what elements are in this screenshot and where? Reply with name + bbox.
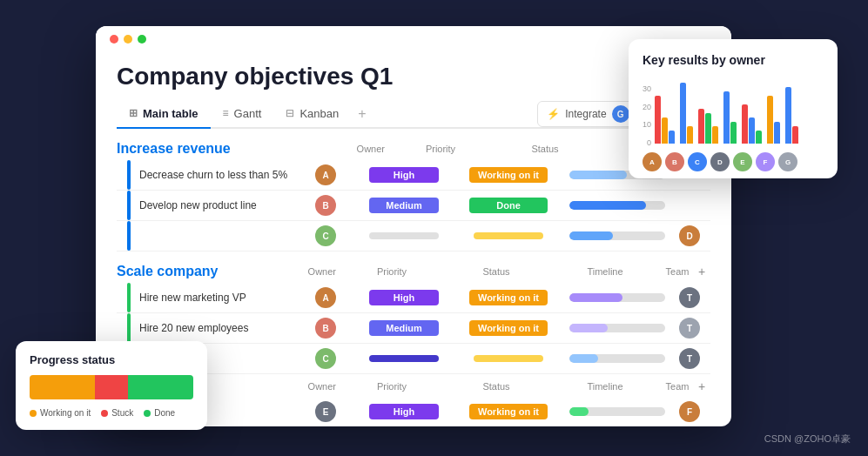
avatar-cell: D [674, 225, 705, 246]
legend-item-done: Done [144, 408, 175, 418]
team-avatar: F [679, 401, 700, 422]
bar-group [767, 96, 780, 144]
owner-cell: C [299, 225, 352, 246]
priority-badge: Medium [369, 198, 439, 213]
priority-cell[interactable]: High [352, 290, 456, 305]
priority-badge: High [369, 290, 439, 305]
status-cell[interactable]: Working on it [456, 290, 561, 305]
priority-cell[interactable]: Medium [352, 198, 456, 213]
bar-segment [723, 91, 730, 144]
owner-col-1: Owner [357, 144, 385, 154]
integrate-icon: ⚡ [547, 108, 560, 120]
timeline-bar-container [569, 231, 665, 240]
timeline-col-3: Timeline [548, 381, 662, 392]
legend-dot-stuck [101, 410, 108, 417]
bar-segment [680, 83, 686, 144]
bar-group [742, 104, 762, 144]
owner-cell: B [299, 195, 352, 216]
empty-bar [369, 355, 439, 362]
row-stripe [127, 283, 131, 312]
status-cell[interactable]: Working on it [456, 167, 561, 183]
team-cell: T [674, 318, 705, 339]
priority-badge: Medium [369, 320, 439, 336]
bar-segment [687, 126, 693, 144]
priority-cell[interactable]: High [352, 404, 456, 419]
priority-cell[interactable]: High [352, 167, 456, 183]
owner-avatar: E [733, 152, 752, 171]
row-label: Develop new product line [139, 199, 257, 211]
table-row: Hire 20 new employees B Medium Working o… [117, 313, 710, 344]
bar-segment [756, 131, 762, 144]
tab-main-table[interactable]: ⊞ Main table [117, 102, 211, 129]
bar-segment [655, 96, 661, 144]
legend-label-done: Done [154, 408, 175, 418]
owner-avatar: F [756, 152, 775, 171]
avatar: A [315, 164, 336, 185]
row-label: Hire new marketing VP [139, 292, 246, 304]
timeline-cell [561, 354, 674, 363]
tab-kanban[interactable]: ⊟ Kanban [273, 102, 351, 129]
team-cell: F [674, 401, 705, 422]
owner-avatar: G [778, 152, 797, 171]
avatar: B [315, 318, 336, 339]
watermark: CSDN @ZOHO卓豪 [764, 433, 851, 446]
team-cell: T [674, 348, 705, 369]
priority-cell[interactable]: Medium [352, 320, 456, 336]
timeline-bar-container [569, 201, 665, 210]
timeline-bar-container [569, 407, 665, 416]
bar-segment [785, 87, 791, 144]
empty-bar [369, 232, 439, 239]
bar-segment [698, 109, 704, 144]
status-badge: Working on it [469, 320, 548, 336]
timeline-cell [561, 407, 674, 416]
row-label: Decrease churn to less than 5% [139, 169, 287, 181]
status-cell[interactable]: Done [456, 198, 561, 213]
tab-gantt-label: Gantt [234, 107, 262, 120]
status-cell[interactable]: Working on it [456, 320, 561, 336]
tab-gantt[interactable]: ≡ Gantt [211, 102, 274, 129]
row-stripe [127, 221, 131, 251]
timeline-bar [569, 354, 598, 363]
tabs-bar: ⊞ Main table ≡ Gantt ⊟ Kanban + ⚡ Integr… [117, 101, 710, 129]
add-col-button-3[interactable]: + [693, 379, 710, 393]
bar-segment [730, 122, 737, 144]
progress-stuck-segment [95, 375, 128, 399]
kanban-icon: ⊟ [286, 107, 294, 119]
owner-cell: C [299, 348, 352, 369]
maximize-button[interactable] [138, 35, 146, 44]
status-cell [456, 232, 561, 239]
owner-avatars: A B C D E F G [643, 152, 824, 171]
owner-avatar: A [643, 152, 662, 171]
add-col-button[interactable]: + [693, 265, 710, 278]
timeline-bar [569, 293, 622, 302]
timeline-col-2: Timeline [548, 266, 662, 277]
status-cell [456, 355, 561, 362]
team-avatar: T [679, 318, 700, 339]
key-results-title: Key results by owner [643, 53, 824, 67]
legend-label-working: Working on it [40, 408, 91, 418]
priority-badge: High [369, 404, 439, 419]
row-name: Hire 20 new employees [117, 313, 299, 343]
timeline-bar-container [569, 354, 665, 363]
section-title-scale-company: Scale company [117, 264, 219, 279]
table-row: Decrease churn to less than 5% A High Wo… [117, 160, 710, 191]
close-button[interactable] [110, 35, 118, 44]
section-increase-revenue: Increase revenue Owner Priority Status T… [117, 141, 710, 251]
progress-done-segment [128, 375, 193, 399]
owner-col-2: Owner [308, 266, 336, 277]
minimize-button[interactable] [124, 35, 132, 44]
team-cell: T [674, 287, 705, 308]
timeline-cell [561, 324, 674, 332]
progress-title: Progress status [30, 353, 193, 366]
timeline-bar-container [569, 293, 665, 302]
owner-avatar: B [665, 152, 684, 171]
bar-segment [792, 126, 798, 144]
add-tab-button[interactable]: + [351, 101, 373, 127]
timeline-bar [569, 407, 589, 416]
timeline-cell [561, 231, 674, 240]
status-cell[interactable]: Working on it [456, 404, 561, 419]
bar-chart [655, 77, 798, 147]
status-badge: Working on it [469, 404, 548, 419]
table-icon: ⊞ [129, 107, 138, 119]
traffic-lights [110, 35, 146, 44]
